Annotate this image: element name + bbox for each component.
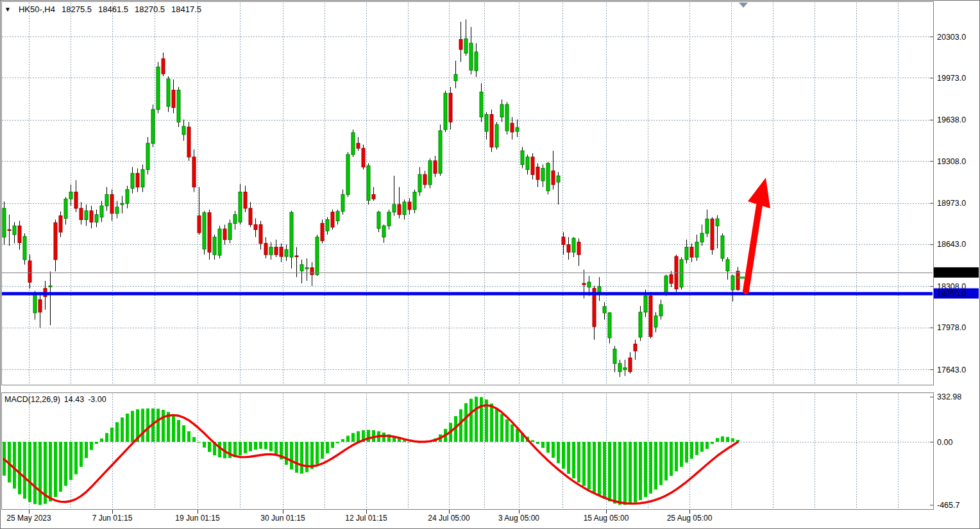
candle-down (372, 194, 375, 199)
candle-up (505, 105, 509, 131)
candle-down (490, 115, 493, 147)
price-axis-label: 18973.0 (937, 199, 966, 208)
candle-up (316, 237, 319, 275)
candle-up (300, 265, 303, 271)
price-axis[interactable]: 20303.019973.019638.019308.018973.018643… (930, 33, 979, 510)
candle-up (639, 312, 642, 337)
macd-histogram-bar (59, 442, 62, 492)
candle-down (634, 344, 637, 351)
macd-histogram-bar (244, 442, 247, 453)
macd-histogram-bar (85, 442, 88, 458)
price-chart-canvas[interactable]: 20303.019973.019638.019308.018973.018643… (0, 0, 980, 529)
candle-up (382, 226, 385, 237)
candle-up (141, 169, 144, 187)
chart-shift-marker[interactable] (739, 3, 748, 8)
candle-down (577, 242, 580, 255)
candle-down (275, 247, 278, 255)
macd-histogram-bar (28, 442, 31, 502)
candle-up (608, 313, 611, 338)
macd-histogram-bar (115, 422, 119, 442)
price-badge: 18250.0 (934, 289, 979, 299)
macd-axis-label: -465.7 (937, 501, 959, 510)
symbol-dropdown-icon[interactable]: ▼ (4, 6, 11, 13)
macd-histogram-bar (659, 442, 663, 485)
candle-up (444, 93, 447, 130)
trend-arrow[interactable] (746, 178, 770, 291)
candle-up (105, 194, 108, 206)
candle-up (233, 215, 237, 224)
candle-down (423, 174, 427, 185)
candle-down (259, 224, 262, 243)
candle-up (700, 233, 704, 242)
candle-down (244, 192, 247, 208)
candle-up (115, 207, 119, 214)
macd-histogram-bar (156, 408, 160, 442)
macd-histogram-bar (546, 442, 550, 453)
candle-up (167, 79, 170, 106)
candle-down (187, 127, 190, 157)
candle-up (336, 212, 339, 221)
candle-up (644, 296, 647, 312)
candle-up (721, 236, 724, 258)
macd-histogram-bar (300, 442, 303, 474)
macd-histogram-bar (95, 442, 98, 444)
symbol-timeframe: HK50-,H4 (19, 4, 55, 14)
macd-histogram-bar (126, 414, 129, 442)
macd-histogram-bar (475, 397, 478, 442)
candle-up (367, 166, 370, 201)
candle-down (74, 192, 78, 208)
macd-histogram-bar (700, 442, 704, 452)
macd-histogram-bar (505, 419, 509, 442)
svg-text:18250.0: 18250.0 (937, 289, 966, 298)
candle-up (705, 219, 709, 233)
window-border (1, 1, 980, 529)
candle-up (387, 212, 391, 226)
macd-histogram-bar (305, 442, 308, 473)
macd-histogram-bar (203, 442, 206, 448)
macd-histogram-bar (346, 436, 350, 442)
candle-down (90, 211, 93, 223)
candle-up (285, 249, 288, 256)
macd-signal-line (4, 405, 738, 504)
macd-axis-label: 0.00 (937, 438, 952, 447)
candle-down (264, 244, 267, 255)
candle-up (305, 268, 308, 269)
title-open: 18275.5 (62, 4, 92, 14)
candle-up (151, 110, 155, 144)
title-close: 18417.5 (171, 4, 201, 14)
candle-up (654, 316, 657, 327)
candle-up (526, 157, 529, 170)
candle-up (203, 213, 206, 249)
candle-up (623, 368, 627, 370)
candle-up (475, 52, 478, 71)
macd-histogram-bar (285, 442, 288, 465)
macd-histogram-bar (208, 442, 211, 452)
price-axis-label: 18643.0 (937, 240, 966, 249)
candle-up (541, 169, 545, 181)
macd-histogram-bar (639, 442, 642, 500)
candle-down (310, 268, 314, 275)
candle-down (736, 271, 739, 290)
macd-histogram-bar (249, 442, 252, 451)
candle-up (659, 305, 663, 316)
candle-up (13, 226, 16, 235)
macd-histogram-bar (675, 442, 678, 471)
macd-histogram-bar (69, 442, 72, 480)
title-low: 18270.5 (135, 4, 165, 14)
macd-histogram-bar (254, 442, 257, 449)
macd-histogram-bar (23, 442, 26, 499)
candle-down (249, 208, 252, 224)
macd-histogram-bar (198, 442, 201, 442)
candle-up (572, 239, 575, 253)
candle-up (228, 223, 232, 239)
candle-up (695, 242, 698, 257)
macd-histogram-bar (336, 442, 339, 443)
candle-up (23, 237, 26, 260)
macd-histogram-bar (141, 408, 144, 442)
macd-histogram-bar (54, 442, 57, 497)
candle-up (680, 260, 683, 287)
candle-up (598, 287, 601, 292)
macd-histogram-bar (259, 442, 262, 449)
candle-down (208, 213, 211, 253)
candle-up (290, 212, 293, 257)
